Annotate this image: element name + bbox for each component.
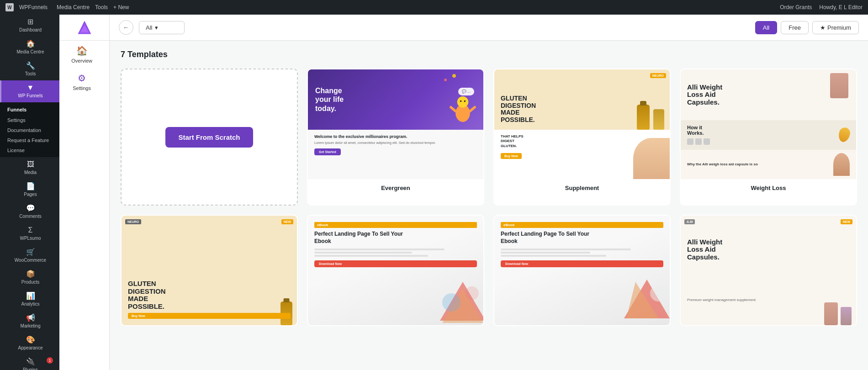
- secondary-settings-label: Settings: [73, 85, 91, 91]
- sidebar-item-appearance[interactable]: 🎨 Appearance: [0, 333, 59, 354]
- filter-free-button[interactable]: Free: [781, 21, 809, 34]
- sidebar-label-comments: Comments: [19, 214, 41, 219]
- filter-bar: ← All ▾ All Free ★ Premium: [110, 15, 868, 41]
- sidebar-label-wp-funnels: WP Funnels: [18, 93, 42, 99]
- main-content: ← All ▾ All Free ★ Premium 7 Templates: [110, 15, 868, 370]
- svg-point-11: [442, 293, 460, 312]
- admin-site-name[interactable]: WPFunnels: [19, 4, 48, 11]
- template-card-evergreen[interactable]: Changeyour lifetoday.: [307, 69, 484, 206]
- wl2-headline: Alli WeightLoss AidCapsules.: [687, 238, 850, 261]
- sidebar-item-dashboard[interactable]: ⊞ Dashboard: [0, 15, 59, 37]
- secondary-sidebar-overview[interactable]: 🏠 Overview: [59, 41, 104, 68]
- template-card-weight-loss2[interactable]: Alli WeightLoss AidCapsules. A-M NEW Pre…: [680, 215, 857, 326]
- wl-product-image: [828, 73, 851, 100]
- sidebar-item-wplsumo[interactable]: Σ WPLsumo: [0, 223, 59, 245]
- sidebar-item-pages[interactable]: 📄 Pages: [0, 179, 59, 201]
- sidebar-item-marketing[interactable]: 📢 Marketing: [0, 311, 59, 333]
- svg-line-5: [451, 107, 456, 111]
- filter-dropdown[interactable]: All ▾: [139, 21, 185, 34]
- float-dot-2: [444, 79, 447, 81]
- supplement-buy-btn: Buy Now: [501, 153, 522, 159]
- svg-point-4: [457, 96, 469, 108]
- funnels-submenu-request-feature[interactable]: Request a Feature: [0, 135, 59, 145]
- supplement-name: Supplement: [494, 179, 670, 197]
- template-card-supplement2[interactable]: GLUTENDIGESTIONMADEPOSSIBLE. NEURO NEW: [121, 215, 298, 326]
- wpf-logo-area: [59, 15, 109, 41]
- evergreen-bottom: Welcome to the exclusive millionaires pr…: [308, 130, 483, 179]
- template-card-weight-loss[interactable]: Alli WeightLoss AidCapsules. How itWorks…: [680, 69, 857, 206]
- admin-bar-right: Order Grants Howdy, E L Editor: [780, 4, 863, 11]
- wpf-logo-svg: [77, 20, 92, 35]
- wl-how-it-works: How itWorks.: [681, 120, 856, 149]
- funnels-submenu-settings[interactable]: Settings: [0, 115, 59, 125]
- template-card-scratch[interactable]: Start From Scratch: [121, 69, 298, 206]
- sidebar-item-plugins[interactable]: 🔌 Plugins 1: [0, 354, 59, 370]
- wl-why-section: Why the Alli weigh loss aid capsule is s…: [681, 150, 856, 179]
- sidebar-item-comments[interactable]: 💬 Comments: [0, 201, 59, 223]
- funnels-submenu: Funnels Settings Documentation Request a…: [0, 102, 59, 157]
- admin-media-centre[interactable]: Media Centre: [57, 4, 90, 11]
- ebook1-preview: eBook Perfect Landing Page To Sell Your …: [308, 216, 483, 325]
- funnels-submenu-documentation[interactable]: Documentation: [0, 125, 59, 135]
- sidebar-label-media-centre: Media Centre: [16, 49, 44, 55]
- template-card-ebook1[interactable]: eBook Perfect Landing Page To Sell Your …: [307, 215, 484, 326]
- filter-premium-button[interactable]: ★ Premium: [812, 21, 859, 34]
- template-card-supplement[interactable]: GLUTENDIGESTIONMADEPOSSIBLE. NEURO: [493, 69, 671, 206]
- wl2-am-badge: A-M: [684, 219, 695, 224]
- back-button[interactable]: ←: [119, 20, 133, 35]
- wl2-bottles: [824, 302, 852, 325]
- sidebar-item-products[interactable]: 📦 Products: [0, 267, 59, 289]
- sidebar-item-wp-funnels[interactable]: ▼ WP Funnels: [0, 80, 59, 102]
- weight-loss-preview: Alli WeightLoss AidCapsules. How itWorks…: [681, 69, 856, 179]
- wp-logo-admin[interactable]: W: [5, 3, 14, 11]
- sidebar-label-tools: Tools: [25, 71, 36, 77]
- start-from-scratch-button[interactable]: Start From Scratch: [165, 127, 253, 148]
- weight-loss-name: Weight Loss: [681, 179, 856, 197]
- sidebar-item-woocommerce[interactable]: 🛒 WooCommerce: [0, 245, 59, 267]
- evergreen-headline: Changeyour lifetoday.: [315, 86, 344, 113]
- admin-order-grants[interactable]: Order Grants: [780, 4, 812, 11]
- secondary-settings-icon: ⚙: [78, 73, 86, 84]
- supp2-headline: GLUTENDIGESTIONMADEPOSSIBLE.: [128, 280, 291, 310]
- ebook2-cta: Download Now: [501, 260, 663, 267]
- admin-user-greeting[interactable]: Howdy, E L Editor: [819, 4, 863, 11]
- template-card-ebook2[interactable]: eBook Perfect Landing Page To Sell Your …: [493, 215, 671, 326]
- sidebar-label-wplsumo: WPLsumo: [20, 236, 41, 241]
- funnels-submenu-header: Funnels: [0, 104, 59, 115]
- wl-why-content: Why the Alli weigh loss aid capsule is s…: [687, 162, 758, 167]
- supp2-neuro-badge: NEURO: [125, 219, 141, 224]
- analytics-icon: 📊: [26, 292, 35, 300]
- primary-sidebar: ⊞ Dashboard 🏠 Media Centre 🔧 Tools ▼ WP …: [0, 15, 59, 370]
- wl2-description: Premium weight management supplement: [687, 297, 850, 302]
- wl-how-title: How itWorks.: [687, 125, 710, 136]
- wl-person-image: [833, 153, 850, 176]
- wl-icons-row: [687, 138, 710, 145]
- ebook1-label: eBook: [314, 222, 477, 228]
- sidebar-item-media-centre[interactable]: 🏠 Media Centre: [0, 37, 59, 58]
- sidebar-item-analytics[interactable]: 📊 Analytics: [0, 289, 59, 311]
- supplement-neuro-badge: NEURO: [650, 73, 666, 78]
- woocommerce-icon: 🛒: [26, 248, 35, 256]
- wplsumo-icon: Σ: [28, 227, 33, 234]
- admin-new[interactable]: + New: [113, 4, 129, 11]
- admin-tools[interactable]: Tools: [95, 4, 108, 11]
- svg-point-15: [650, 285, 667, 301]
- ebook2-inner: eBook Perfect Landing Page To Sell Your …: [494, 216, 670, 325]
- comments-icon: 💬: [26, 205, 35, 212]
- templates-grid-row1: Start From Scratch Changeyour lifetoday.: [121, 69, 857, 206]
- funnels-submenu-license[interactable]: License: [0, 145, 59, 155]
- wl2-new-badge: NEW: [841, 219, 852, 224]
- evergreen-name: Evergreen: [308, 179, 483, 197]
- supp2-new-badge: NEW: [281, 219, 293, 224]
- plugins-badge: 1: [47, 357, 53, 364]
- wl-how-content: How itWorks.: [687, 125, 710, 145]
- marketing-icon: 📢: [26, 314, 35, 322]
- supp2-buy-btn: Buy Now: [128, 313, 291, 319]
- wl-icon-2: [695, 138, 702, 145]
- supplement2-preview: GLUTENDIGESTIONMADEPOSSIBLE. NEURO NEW: [122, 216, 297, 325]
- sidebar-item-tools[interactable]: 🔧 Tools: [0, 58, 59, 80]
- secondary-sidebar-settings[interactable]: ⚙ Settings: [59, 68, 104, 95]
- filter-all-button[interactable]: All: [755, 21, 777, 34]
- evergreen-body-text: Lorem ipsum dolor sit amet, consectetur …: [314, 141, 477, 146]
- sidebar-item-media[interactable]: 🖼 Media: [0, 157, 59, 179]
